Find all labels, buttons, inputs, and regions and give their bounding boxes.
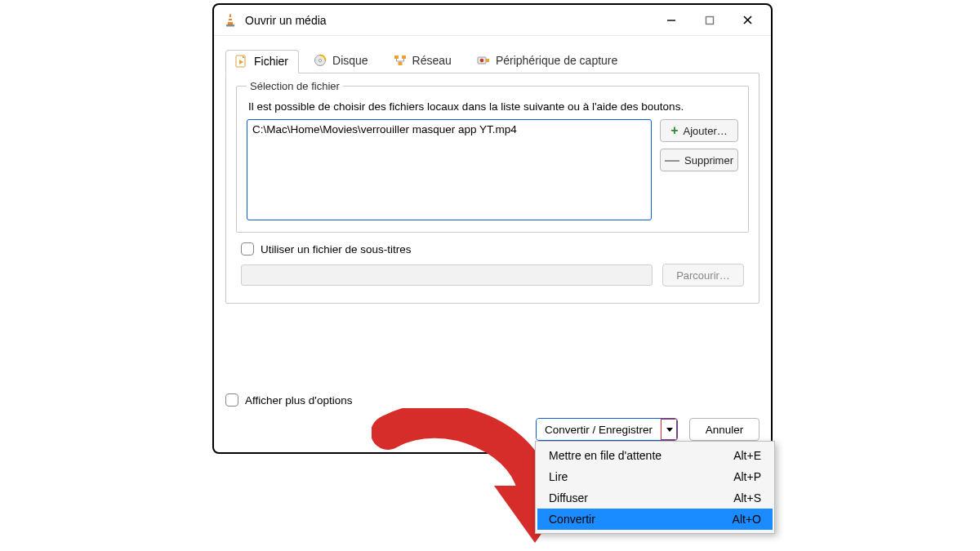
chevron-down-icon bbox=[666, 425, 674, 433]
menu-item-shortcut: Alt+P bbox=[733, 470, 761, 483]
menu-item-shortcut: Alt+E bbox=[733, 449, 761, 462]
button-label: Supprimer bbox=[684, 154, 733, 167]
window-title: Ouvrir un média bbox=[245, 14, 327, 27]
tab-disc[interactable]: Disque bbox=[304, 49, 379, 73]
tab-label: Réseau bbox=[412, 54, 452, 67]
tab-label: Disque bbox=[332, 54, 368, 67]
svg-point-17 bbox=[480, 59, 484, 63]
menu-item-label: Diffuser bbox=[549, 491, 588, 504]
svg-rect-14 bbox=[402, 56, 406, 59]
capture-icon bbox=[476, 54, 491, 67]
convert-save-dropdown[interactable] bbox=[661, 419, 677, 440]
checkbox-icon[interactable] bbox=[225, 393, 238, 407]
file-selection-hint: Il est possible de choisir des fichiers … bbox=[248, 100, 738, 113]
subtitle-path-field bbox=[241, 264, 653, 286]
svg-rect-3 bbox=[226, 24, 234, 27]
tab-file[interactable]: Fichier bbox=[225, 50, 299, 73]
convert-save-button[interactable]: Convertir / Enregistrer bbox=[537, 419, 661, 440]
svg-rect-15 bbox=[398, 62, 402, 65]
menu-item-shortcut: Alt+S bbox=[733, 491, 761, 504]
cancel-button[interactable]: Annuler bbox=[689, 418, 760, 441]
tab-label: Périphérique de capture bbox=[496, 54, 617, 67]
open-media-dialog: Ouvrir un média Fichier Disque bbox=[212, 3, 773, 454]
menu-item-play[interactable]: Lire Alt+P bbox=[537, 466, 773, 487]
svg-rect-13 bbox=[394, 56, 399, 59]
menu-item-label: Convertir bbox=[549, 513, 595, 526]
menu-item-label: Mettre en file d'attente bbox=[549, 449, 662, 462]
menu-item-queue[interactable]: Mettre en file d'attente Alt+E bbox=[537, 445, 773, 466]
tab-capture[interactable]: Périphérique de capture bbox=[467, 49, 628, 73]
checkbox-label: Afficher plus d'options bbox=[245, 394, 352, 407]
tab-network[interactable]: Réseau bbox=[384, 49, 462, 73]
maximize-button[interactable] bbox=[691, 8, 728, 33]
minus-icon: — bbox=[665, 155, 679, 165]
svg-rect-5 bbox=[706, 16, 713, 24]
checkbox-icon[interactable] bbox=[241, 242, 254, 256]
svg-rect-1 bbox=[229, 17, 232, 19]
file-selection-group: Sélection de fichier Il est possible de … bbox=[236, 80, 749, 233]
source-tabs: Fichier Disque Réseau Périphérique de ca… bbox=[225, 49, 760, 73]
disc-icon bbox=[313, 54, 327, 67]
add-file-button[interactable]: + Ajouter… bbox=[660, 119, 738, 142]
dialog-body: Fichier Disque Réseau Périphérique de ca… bbox=[214, 36, 771, 312]
tab-label: Fichier bbox=[254, 55, 288, 68]
menu-item-shortcut: Alt+O bbox=[733, 513, 761, 526]
show-more-options-row[interactable]: Afficher plus d'options bbox=[225, 393, 352, 407]
close-button[interactable] bbox=[729, 8, 766, 33]
file-list-item[interactable]: C:\Mac\Home\Movies\verrouiller masquer a… bbox=[252, 123, 646, 136]
menu-item-label: Lire bbox=[549, 470, 568, 483]
browse-subtitle-button: Parcourir… bbox=[662, 264, 744, 287]
convert-save-menu: Mettre en file d'attente Alt+E Lire Alt+… bbox=[535, 441, 775, 534]
file-list[interactable]: C:\Mac\Home\Movies\verrouiller masquer a… bbox=[247, 119, 652, 220]
svg-marker-19 bbox=[666, 428, 673, 432]
file-icon bbox=[234, 55, 249, 68]
button-label: Ajouter… bbox=[684, 125, 728, 137]
svg-rect-18 bbox=[486, 59, 489, 62]
minimize-button[interactable] bbox=[653, 8, 689, 33]
network-icon bbox=[393, 54, 408, 67]
convert-save-splitbutton[interactable]: Convertir / Enregistrer bbox=[536, 418, 678, 441]
titlebar: Ouvrir un média bbox=[214, 5, 771, 36]
checkbox-label: Utiliser un fichier de sous-titres bbox=[261, 243, 412, 256]
use-subtitle-checkbox-row[interactable]: Utiliser un fichier de sous-titres bbox=[241, 242, 749, 256]
menu-item-convert[interactable]: Convertir Alt+O bbox=[537, 509, 773, 530]
file-selection-legend: Sélection de fichier bbox=[247, 80, 343, 92]
svg-rect-2 bbox=[228, 20, 232, 22]
svg-point-12 bbox=[318, 59, 321, 61]
svg-marker-0 bbox=[228, 14, 233, 24]
file-panel: Sélection de fichier Il est possible de … bbox=[225, 73, 760, 304]
menu-item-stream[interactable]: Diffuser Alt+S bbox=[537, 487, 773, 509]
vlc-cone-icon bbox=[222, 12, 238, 29]
plus-icon: + bbox=[670, 124, 678, 137]
remove-file-button[interactable]: — Supprimer bbox=[660, 149, 738, 171]
